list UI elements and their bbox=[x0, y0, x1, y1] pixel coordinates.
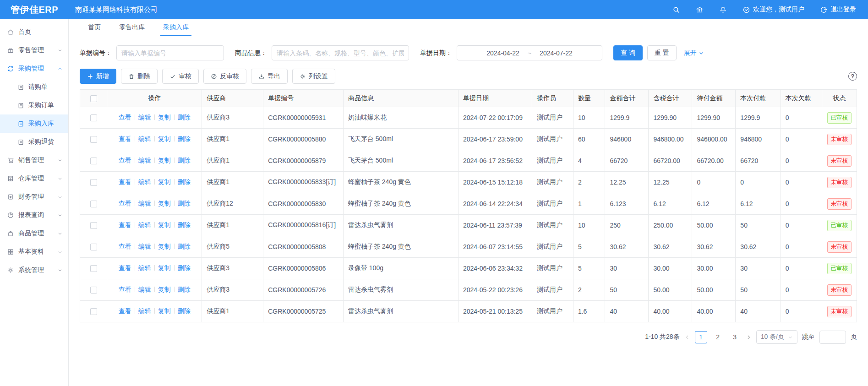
reset-button[interactable]: 重 置 bbox=[647, 45, 677, 60]
copy-link[interactable]: 复制 bbox=[158, 221, 171, 228]
jump-page-input[interactable] bbox=[819, 331, 846, 344]
export-button[interactable]: 导出 bbox=[251, 69, 288, 84]
search-icon[interactable] bbox=[672, 6, 680, 14]
expand-filters-link[interactable]: 展开 bbox=[684, 49, 704, 57]
copy-link[interactable]: 复制 bbox=[158, 135, 171, 142]
delete-link[interactable]: 删除 bbox=[178, 221, 191, 228]
view-link[interactable]: 查看 bbox=[119, 200, 131, 207]
view-link[interactable]: 查看 bbox=[119, 114, 131, 121]
select-all-checkbox[interactable] bbox=[90, 95, 97, 102]
sidebar-item-reports[interactable]: 报表查询 bbox=[0, 206, 68, 224]
copy-link[interactable]: 复制 bbox=[158, 200, 171, 207]
help-icon[interactable]: ? bbox=[848, 72, 857, 81]
page-button-1[interactable]: 1 bbox=[695, 331, 707, 343]
edit-link[interactable]: 编辑 bbox=[138, 243, 151, 250]
copy-link[interactable]: 复制 bbox=[158, 243, 171, 250]
unaudit-button[interactable]: 反审核 bbox=[203, 69, 246, 84]
delete-link[interactable]: 删除 bbox=[178, 286, 191, 293]
edit-link[interactable]: 编辑 bbox=[138, 200, 151, 207]
edit-link[interactable]: 编辑 bbox=[138, 221, 151, 228]
copy-link[interactable]: 复制 bbox=[158, 286, 171, 293]
table-row: 查看编辑复制删除 供应商3 CGRK00000005726 雷达杀虫气雾剂 20… bbox=[80, 279, 857, 301]
logout-button[interactable]: 退出登录 bbox=[820, 5, 856, 14]
edit-link[interactable]: 编辑 bbox=[138, 114, 151, 121]
add-button[interactable]: 新增 bbox=[80, 69, 116, 84]
column-settings-button[interactable]: 列设置 bbox=[292, 69, 335, 84]
delete-link[interactable]: 删除 bbox=[178, 114, 191, 121]
view-link[interactable]: 查看 bbox=[119, 243, 131, 250]
page-button-2[interactable]: 2 bbox=[712, 331, 724, 343]
action-toolbar: 新增 删除 审核 反审核 导出 bbox=[69, 67, 868, 89]
delete-link[interactable]: 删除 bbox=[178, 157, 191, 164]
row-checkbox[interactable] bbox=[90, 179, 97, 186]
sidebar-item-purchase-inbound[interactable]: 采购入库 bbox=[0, 114, 68, 133]
edit-link[interactable]: 编辑 bbox=[138, 264, 151, 272]
sidebar-item-home[interactable]: 首页 bbox=[0, 23, 68, 41]
copy-link[interactable]: 复制 bbox=[158, 157, 171, 164]
row-checkbox[interactable] bbox=[90, 265, 97, 272]
page-button-3[interactable]: 3 bbox=[729, 331, 741, 343]
row-checkbox[interactable] bbox=[90, 308, 97, 315]
delete-link[interactable]: 删除 bbox=[178, 178, 191, 185]
view-link[interactable]: 查看 bbox=[119, 135, 131, 142]
row-checkbox[interactable] bbox=[90, 136, 97, 143]
date-range-picker[interactable]: 2024-04-22 ~ 2024-07-22 bbox=[457, 45, 602, 60]
row-checkbox[interactable] bbox=[90, 222, 97, 229]
bank-building-icon[interactable] bbox=[696, 6, 704, 14]
sidebar-item-purchase[interactable]: 采购管理 bbox=[0, 60, 68, 78]
tab-retail-outbound[interactable]: 零售出库 bbox=[110, 19, 154, 36]
delete-link[interactable]: 删除 bbox=[178, 307, 191, 315]
sidebar-item-goods[interactable]: 商品管理 bbox=[0, 224, 68, 243]
next-page-button[interactable] bbox=[746, 334, 752, 340]
view-link[interactable]: 查看 bbox=[119, 307, 131, 315]
copy-link[interactable]: 复制 bbox=[158, 178, 171, 185]
copy-link[interactable]: 复制 bbox=[158, 307, 171, 315]
sidebar-item-requisition[interactable]: 请购单 bbox=[0, 78, 68, 96]
edit-link[interactable]: 编辑 bbox=[138, 135, 151, 142]
date-to-value[interactable]: 2024-07-22 bbox=[540, 49, 573, 57]
delete-link[interactable]: 删除 bbox=[178, 243, 191, 250]
page-size-select[interactable]: 10 条/页 bbox=[756, 330, 797, 344]
view-link[interactable]: 查看 bbox=[119, 157, 131, 164]
delete-link[interactable]: 删除 bbox=[178, 135, 191, 142]
delete-link[interactable]: 删除 bbox=[178, 264, 191, 272]
user-menu[interactable]: 欢迎您，测试用户 bbox=[742, 5, 804, 14]
edit-link[interactable]: 编辑 bbox=[138, 157, 151, 164]
edit-link[interactable]: 编辑 bbox=[138, 307, 151, 315]
view-link[interactable]: 查看 bbox=[119, 221, 131, 228]
search-button[interactable]: 查 询 bbox=[613, 45, 643, 60]
copy-link[interactable]: 复制 bbox=[158, 264, 171, 272]
sidebar-item-purchase-order[interactable]: 采购订单 bbox=[0, 96, 68, 114]
date-from-value[interactable]: 2024-04-22 bbox=[486, 49, 519, 57]
delete-link[interactable]: 删除 bbox=[178, 200, 191, 207]
sidebar-item-retail[interactable]: 零售管理 bbox=[0, 41, 68, 60]
view-link[interactable]: 查看 bbox=[119, 178, 131, 185]
audit-button[interactable]: 审核 bbox=[162, 69, 199, 84]
bill-no-input[interactable] bbox=[116, 45, 224, 60]
tab-purchase-inbound[interactable]: 采购入库 bbox=[154, 19, 198, 36]
row-checkbox[interactable] bbox=[90, 244, 97, 250]
sidebar-item-sales[interactable]: 销售管理 bbox=[0, 151, 68, 169]
operator-cell: 测试用户 bbox=[532, 129, 573, 150]
tab-home[interactable]: 首页 bbox=[79, 19, 110, 36]
prev-page-button[interactable] bbox=[684, 334, 690, 340]
sidebar-item-system[interactable]: 系统管理 bbox=[0, 261, 68, 279]
row-checkbox[interactable] bbox=[90, 114, 97, 121]
qty-cell: 60 bbox=[573, 129, 605, 150]
copy-link[interactable]: 复制 bbox=[158, 114, 171, 121]
delete-button[interactable]: 删除 bbox=[121, 69, 158, 84]
edit-link[interactable]: 编辑 bbox=[138, 178, 151, 185]
product-info-input[interactable] bbox=[272, 45, 409, 60]
sidebar-item-basic-data[interactable]: 基本资料 bbox=[0, 243, 68, 261]
view-link[interactable]: 查看 bbox=[119, 264, 131, 272]
row-checkbox[interactable] bbox=[90, 287, 97, 294]
edit-link[interactable]: 编辑 bbox=[138, 286, 151, 293]
sidebar-item-finance[interactable]: 财务管理 bbox=[0, 188, 68, 206]
sidebar-item-purchase-return[interactable]: 采购退货 bbox=[0, 133, 68, 151]
view-link[interactable]: 查看 bbox=[119, 286, 131, 293]
row-checkbox[interactable] bbox=[90, 201, 97, 207]
chevron-down-icon bbox=[57, 48, 63, 53]
row-checkbox[interactable] bbox=[90, 158, 97, 164]
sidebar-item-warehouse[interactable]: 仓库管理 bbox=[0, 169, 68, 188]
bell-icon[interactable] bbox=[719, 6, 727, 14]
